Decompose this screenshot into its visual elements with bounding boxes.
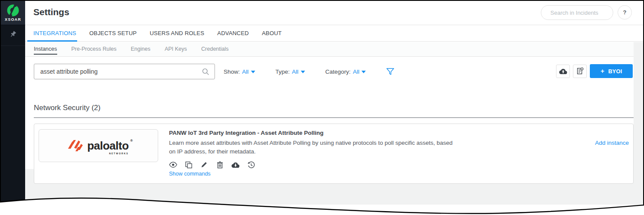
category-filter-label: Category: [325,68,351,75]
main-tabbar: INTEGRATIONS OBJECTS SETUP USERS AND ROL… [25,25,643,42]
type-filter-value: All [292,68,299,75]
byoi-button[interactable]: + BYOI [590,64,633,78]
delete-button[interactable] [215,160,224,169]
tab-integrations[interactable]: INTEGRATIONS [33,26,76,41]
search-icon [202,68,209,75]
view-button[interactable] [168,160,178,169]
help-button[interactable]: ? [618,5,632,20]
pin-button[interactable] [1,29,25,46]
integration-search-input[interactable] [40,68,202,75]
page-title: Settings [33,7,69,17]
eye-icon [169,162,177,168]
advanced-filter-button[interactable] [386,68,394,76]
caret-down-icon [301,71,305,73]
integration-actions [168,160,256,169]
integration-search[interactable] [34,64,215,79]
type-filter[interactable]: Type: All [276,68,305,75]
vendor-logo-box: paloalto ® NETWORKS [39,129,158,162]
pin-icon [9,30,17,38]
screenshot-root: XSOAR Settings ? [0,0,644,215]
xsoar-logo-icon [7,4,19,16]
integration-card: paloalto ® NETWORKS PANW IoT 3rd Party I… [34,124,634,184]
subtab-instances[interactable]: Instances [34,42,57,56]
filter-funnel-icon [386,68,394,76]
global-search[interactable] [541,5,613,20]
caret-down-icon [361,71,366,73]
xsoar-logo[interactable]: XSOAR [1,1,25,25]
caret-down-icon [251,71,255,73]
category-filter[interactable]: Category: All [325,68,366,75]
cloud-upload-icon [559,68,567,75]
vendor-name: paloalto ® NETWORKS [87,140,129,151]
paloalto-logo-icon [68,139,84,152]
subtab-credentials[interactable]: Credentials [201,42,228,56]
sub-tabbar: Instances Pre-Process Rules Engines API … [25,42,634,57]
show-commands-link[interactable]: Show commands [169,171,211,177]
tab-users-and-roles[interactable]: USERS AND ROLES [150,26,204,41]
duplicate-icon [185,161,192,169]
torn-edge [0,189,644,215]
tab-objects-setup[interactable]: OBJECTS SETUP [89,26,137,41]
section-title: Network Security (2) [34,104,101,112]
vendor-name-text: paloalto [87,139,129,152]
content-panel: Instances Pre-Process Rules Engines API … [25,42,634,169]
show-filter[interactable]: Show: All [224,68,255,75]
tab-about[interactable]: ABOUT [262,26,282,41]
test-results-button[interactable] [573,65,587,78]
add-instance-link[interactable]: Add instance [595,140,629,146]
edit-button[interactable] [199,160,209,169]
frame-border-left [0,0,1,203]
test-results-icon [576,67,584,75]
frame-border-top [0,0,644,1]
trash-icon [217,161,223,169]
xsoar-logo-text: XSOAR [5,17,21,22]
history-icon [247,161,255,169]
integration-description: Learn more asset attributes with Asset A… [169,139,456,156]
upload-integration-button[interactable] [556,65,570,78]
plus-icon: + [601,67,605,75]
subtab-pre-process-rules[interactable]: Pre-Process Rules [72,42,117,56]
type-filter-label: Type: [276,68,290,75]
version-history-button[interactable] [246,160,256,169]
cloud-download-icon [231,162,240,168]
help-icon: ? [623,9,627,16]
byoi-button-label: BYOI [608,68,622,75]
category-filter-value: All [353,68,359,75]
section-divider [34,117,634,118]
duplicate-button[interactable] [184,160,193,169]
download-button[interactable] [231,160,240,169]
subtab-api-keys[interactable]: API Keys [165,42,187,56]
integrations-content: Show: All Type: All Category: All [25,57,634,169]
paloalto-logo: paloalto ® NETWORKS [68,139,129,152]
integration-toolbar: + BYOI [556,64,633,78]
sidebar: XSOAR [1,1,25,205]
integration-info: PANW IoT 3rd Party Integration - Asset A… [169,130,456,156]
vendor-subtitle: NETWORKS [109,153,129,155]
edit-pencil-icon [201,161,208,168]
tab-advanced[interactable]: ADVANCED [217,26,249,41]
filter-row: Show: All Type: All Category: All [224,64,394,79]
subtab-engines[interactable]: Engines [131,42,150,56]
active-tab-underline [27,40,77,42]
registered-mark: ® [130,139,132,143]
show-filter-value: All [242,68,249,75]
header: Settings ? [25,1,643,25]
content-background: Instances Pre-Process Rules Engines API … [25,42,643,205]
show-filter-label: Show: [224,68,240,75]
global-search-input[interactable] [550,10,608,16]
integration-title: PANW IoT 3rd Party Integration - Asset A… [169,130,456,136]
main-area: Settings ? INTEGRATIONS OBJECTS SETUP US… [25,1,643,215]
